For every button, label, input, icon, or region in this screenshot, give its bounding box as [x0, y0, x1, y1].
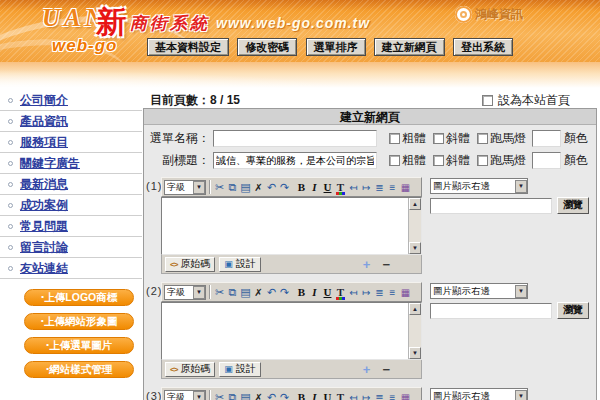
font-color-icon[interactable]: T — [334, 285, 347, 300]
redo-icon[interactable]: ↷ — [278, 180, 291, 195]
bullet-list-icon[interactable]: ≡ — [386, 285, 399, 300]
font-color-icon[interactable]: T — [334, 390, 347, 400]
numbered-list-icon[interactable]: ≣ — [373, 285, 386, 300]
set-homepage-checkbox[interactable] — [482, 95, 493, 106]
marquee-checkbox[interactable] — [477, 133, 488, 144]
cut-icon[interactable]: ✂ — [213, 285, 226, 300]
browse-button[interactable]: 瀏覽 — [557, 302, 589, 319]
copy-icon[interactable]: ⧉ — [226, 180, 239, 195]
menu-sort-button[interactable]: 選單排序 — [306, 38, 366, 56]
marquee-checkbox[interactable] — [477, 155, 488, 166]
copy-icon[interactable]: ⧉ — [226, 285, 239, 300]
font-color-icon[interactable]: T — [334, 180, 347, 195]
italic-icon[interactable]: I — [308, 285, 321, 300]
redo-icon[interactable]: ↷ — [278, 285, 291, 300]
sidebar-item-company-intro[interactable]: 公司簡介 — [0, 90, 142, 111]
source-code-tab[interactable]: <> 原始碼 — [165, 257, 215, 272]
browse-button[interactable]: 瀏覽 — [557, 197, 589, 214]
change-password-button[interactable]: 修改密碼 — [237, 38, 297, 56]
image-position-dropdown[interactable]: 圖片顯示右邊 ▼ — [430, 283, 528, 299]
underline-icon[interactable]: U — [321, 180, 334, 195]
image-position-dropdown[interactable]: 圖片顯示右邊 ▼ — [430, 388, 528, 400]
cut-icon[interactable]: ✂ — [213, 390, 226, 400]
menu-name-input[interactable] — [213, 130, 377, 147]
italic-checkbox[interactable] — [433, 133, 444, 144]
bullet-list-icon[interactable]: ≡ — [386, 390, 399, 400]
outdent-icon[interactable]: ↤ — [347, 180, 360, 195]
source-code-tab[interactable]: <> 原始碼 — [165, 362, 215, 377]
underline-icon[interactable]: U — [321, 390, 334, 400]
sidebar-item-services[interactable]: 服務項目 — [0, 132, 142, 153]
subtitle-color-input[interactable] — [532, 152, 561, 169]
add-section-icon[interactable]: + — [363, 257, 371, 272]
font-size-dropdown[interactable]: 字級 ▼ — [164, 390, 206, 400]
paste-icon[interactable]: ▤ — [239, 390, 252, 400]
editor-textarea[interactable]: ▲ ▼ — [161, 197, 422, 255]
remove-section-icon[interactable]: − — [382, 362, 390, 377]
scroll-down-icon[interactable]: ▼ — [409, 242, 421, 254]
delete-icon[interactable]: ✗ — [252, 390, 265, 400]
design-tab[interactable]: ▣ 設計 — [219, 257, 261, 272]
copy-icon[interactable]: ⧉ — [226, 390, 239, 400]
image-file-input[interactable] — [430, 303, 552, 319]
sidebar-link-label[interactable]: 服務項目 — [20, 134, 68, 151]
sidebar-link-label[interactable]: 關鍵字廣告 — [20, 155, 80, 172]
upload-menu-image-button[interactable]: ‧上傳選單圖片 — [24, 337, 134, 354]
chevron-down-icon[interactable]: ▼ — [515, 180, 527, 193]
editor-scrollbar[interactable]: ▲ ▼ — [408, 198, 421, 254]
bold-icon[interactable]: B — [295, 180, 308, 195]
undo-icon[interactable]: ↶ — [265, 390, 278, 400]
sidebar-link-label[interactable]: 成功案例 — [20, 197, 68, 214]
add-section-icon[interactable]: + — [363, 362, 371, 377]
indent-icon[interactable]: ↦ — [360, 285, 373, 300]
paste-icon[interactable]: ▤ — [239, 285, 252, 300]
sidebar-item-guestbook[interactable]: 留言討論 — [0, 237, 142, 258]
sidebar-link-label[interactable]: 產品資訊 — [20, 113, 68, 130]
chevron-down-icon[interactable]: ▼ — [515, 285, 527, 298]
menu-name-color-input[interactable] — [532, 130, 561, 147]
outdent-icon[interactable]: ↤ — [347, 285, 360, 300]
indent-icon[interactable]: ↦ — [360, 180, 373, 195]
chevron-down-icon[interactable]: ▼ — [193, 181, 205, 194]
editor-textarea[interactable]: ▲ ▼ — [161, 302, 422, 360]
sidebar-item-success-cases[interactable]: 成功案例 — [0, 195, 142, 216]
insert-image-icon[interactable]: ▦ — [399, 285, 412, 300]
sidebar-item-news[interactable]: 最新消息 — [0, 174, 142, 195]
chevron-down-icon[interactable]: ▼ — [515, 390, 527, 400]
site-style-button[interactable]: ‧網站樣式管理 — [24, 361, 134, 378]
bold-icon[interactable]: B — [295, 285, 308, 300]
image-file-input[interactable] — [430, 198, 552, 214]
sidebar-link-label[interactable]: 常見問題 — [20, 218, 68, 235]
paste-icon[interactable]: ▤ — [239, 180, 252, 195]
cut-icon[interactable]: ✂ — [213, 180, 226, 195]
numbered-list-icon[interactable]: ≣ — [373, 390, 386, 400]
chevron-down-icon[interactable]: ▼ — [193, 286, 205, 299]
remove-section-icon[interactable]: − — [382, 257, 390, 272]
numbered-list-icon[interactable]: ≣ — [373, 180, 386, 195]
sidebar-link-label[interactable]: 友站連結 — [20, 260, 68, 277]
sidebar-link-label[interactable]: 公司簡介 — [20, 92, 68, 109]
sidebar-item-products[interactable]: 產品資訊 — [0, 111, 142, 132]
chevron-down-icon[interactable]: ▼ — [193, 391, 205, 400]
outdent-icon[interactable]: ↤ — [347, 390, 360, 400]
italic-icon[interactable]: I — [308, 390, 321, 400]
undo-icon[interactable]: ↶ — [265, 285, 278, 300]
sidebar-item-keyword-ads[interactable]: 關鍵字廣告 — [0, 153, 142, 174]
redo-icon[interactable]: ↷ — [278, 390, 291, 400]
insert-image-icon[interactable]: ▦ — [399, 390, 412, 400]
sidebar-link-label[interactable]: 最新消息 — [20, 176, 68, 193]
delete-icon[interactable]: ✗ — [252, 180, 265, 195]
sidebar-link-label[interactable]: 留言討論 — [20, 239, 68, 256]
undo-icon[interactable]: ↶ — [265, 180, 278, 195]
logout-button[interactable]: 登出系統 — [453, 38, 513, 56]
indent-icon[interactable]: ↦ — [360, 390, 373, 400]
font-size-dropdown[interactable]: 字級 ▼ — [164, 180, 206, 195]
upload-logo-button[interactable]: ‧上傳LOGO商標 — [24, 289, 134, 306]
subtitle-input[interactable] — [213, 152, 377, 169]
sidebar-item-faq[interactable]: 常見問題 — [0, 216, 142, 237]
design-tab[interactable]: ▣ 設計 — [219, 362, 261, 377]
editor-scrollbar[interactable]: ▲ ▼ — [408, 303, 421, 359]
italic-checkbox[interactable] — [433, 155, 444, 166]
insert-image-icon[interactable]: ▦ — [399, 180, 412, 195]
delete-icon[interactable]: ✗ — [252, 285, 265, 300]
